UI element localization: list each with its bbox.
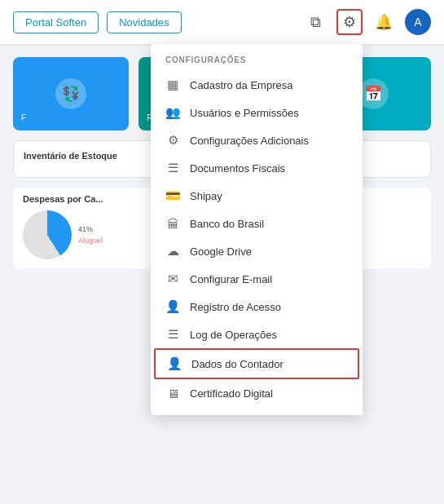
settings-icon[interactable]: ⚙ — [336, 9, 363, 35]
dados-contador-icon: 👤 — [167, 356, 182, 371]
banco-brasil-label: Banco do Brasil — [190, 218, 264, 230]
documentos-fiscais-label: Documentos Fiscais — [190, 162, 285, 175]
log-operacoes-icon: ☰ — [165, 327, 180, 342]
menu-item-documentos-fiscais[interactable]: ☰ Documentos Fiscais — [151, 154, 363, 182]
dropdown-section-label: CONFIGURAÇÕES — [151, 52, 363, 71]
registro-acesso-icon: 👤 — [165, 299, 180, 314]
google-drive-label: Google Drive — [190, 245, 252, 258]
dados-contador-label: Dados do Contador — [191, 358, 284, 370]
menu-item-registro-acesso[interactable]: 👤 Registro de Acesso — [151, 293, 363, 321]
cadastro-empresa-icon: ▦ — [165, 77, 180, 92]
google-drive-icon: ☁ — [165, 244, 180, 259]
cadastro-empresa-label: Cadastro da Empresa — [190, 79, 292, 91]
menu-item-cadastro-empresa[interactable]: ▦ Cadastro da Empresa — [151, 71, 363, 99]
usuarios-permissoes-label: Usuários e Permissões — [190, 107, 299, 119]
menu-item-google-drive[interactable]: ☁ Google Drive — [151, 237, 363, 265]
portal-soften-button[interactable]: Portal Soften — [13, 11, 99, 33]
configurar-email-icon: ✉ — [165, 272, 180, 286]
configuracoes-adicionais-icon: ⚙ — [165, 133, 180, 148]
log-operacoes-label: Log de Operações — [190, 329, 277, 341]
avatar[interactable]: A — [405, 9, 431, 35]
certificado-digital-label: Certificado Digital — [190, 387, 273, 400]
shipay-label: Shipay — [190, 190, 222, 202]
configurar-email-label: Configurar E-mail — [190, 273, 272, 285]
novidades-button[interactable]: Novidades — [107, 11, 181, 33]
shipay-icon: 💳 — [165, 188, 180, 203]
banco-brasil-icon: 🏛 — [165, 216, 180, 231]
menu-item-configuracoes-adicionais[interactable]: ⚙ Configurações Adicionais — [151, 126, 363, 154]
menu-item-shipay[interactable]: 💳 Shipay — [151, 182, 363, 210]
menu-item-certificado-digital[interactable]: 🖥 Certificado Digital — [151, 379, 363, 407]
menu-item-banco-brasil[interactable]: 🏛 Banco do Brasil — [151, 210, 363, 237]
monitor-icon[interactable]: ⧉ — [302, 9, 328, 35]
bg-card-1: 💱 F — [13, 57, 129, 130]
menu-item-configurar-email[interactable]: ✉ Configurar E-mail — [151, 265, 363, 293]
documentos-fiscais-icon: ☰ — [165, 161, 180, 175]
menu-item-log-operacoes[interactable]: ☰ Log de Operações — [151, 321, 363, 348]
configuracoes-adicionais-label: Configurações Adicionais — [190, 135, 309, 147]
menu-item-usuarios-permissoes[interactable]: 👥 Usuários e Permissões — [151, 99, 363, 126]
registro-acesso-label: Registro de Acesso — [190, 301, 281, 313]
usuarios-permissoes-icon: 👥 — [165, 105, 180, 120]
bell-icon[interactable]: 🔔 — [371, 9, 397, 35]
app-header: Portal Soften Novidades ⧉ ⚙ 🔔 A — [0, 0, 444, 44]
settings-dropdown: CONFIGURAÇÕES ▦ Cadastro da Empresa 👥 Us… — [151, 44, 363, 415]
certificado-digital-icon: 🖥 — [165, 386, 180, 400]
menu-item-dados-contador[interactable]: 👤 Dados do Contador — [154, 348, 359, 379]
